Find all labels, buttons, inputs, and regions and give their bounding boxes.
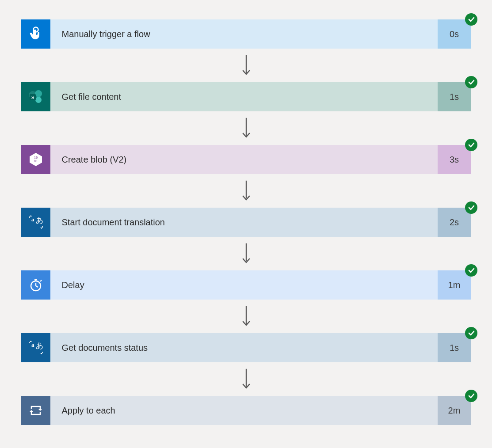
delay-icon	[21, 270, 50, 300]
connector-arrow	[241, 174, 251, 208]
step-label: Start document translation	[50, 208, 438, 237]
touch-icon	[21, 19, 50, 49]
step-duration: 1m	[438, 270, 471, 300]
step-label: Delay	[50, 270, 438, 300]
success-check-icon	[465, 264, 477, 277]
connector-arrow	[241, 111, 251, 145]
flow-step[interactable]: Manually trigger a flow0s	[21, 19, 471, 49]
success-check-icon	[465, 327, 477, 339]
step-label: Get documents status	[50, 333, 438, 362]
flow-step[interactable]: Start document translation2s	[21, 208, 471, 237]
step-duration: 2m	[438, 396, 471, 425]
success-check-icon	[465, 201, 477, 214]
flow-step[interactable]: Get file content1s	[21, 82, 471, 111]
flow-step[interactable]: Create blob (V2)3s	[21, 145, 471, 174]
translate-icon	[21, 208, 50, 237]
connector-arrow	[241, 49, 251, 82]
step-duration: 0s	[438, 19, 471, 49]
step-label: Manually trigger a flow	[50, 19, 438, 49]
success-check-icon	[465, 76, 477, 88]
step-duration: 1s	[438, 333, 471, 362]
blob-icon	[21, 145, 50, 174]
step-label: Get file content	[50, 82, 438, 111]
loop-icon	[21, 396, 50, 425]
success-check-icon	[465, 390, 477, 402]
flow-step[interactable]: Delay1m	[21, 270, 471, 300]
success-check-icon	[465, 139, 477, 151]
success-check-icon	[465, 13, 477, 26]
connector-arrow	[241, 362, 251, 396]
connector-arrow	[241, 237, 251, 270]
translate-icon	[21, 333, 50, 362]
sharepoint-icon	[21, 82, 50, 111]
step-label: Apply to each	[50, 396, 438, 425]
step-duration: 2s	[438, 208, 471, 237]
step-duration: 1s	[438, 82, 471, 111]
step-label: Create blob (V2)	[50, 145, 438, 174]
flow-step[interactable]: Apply to each2m	[21, 396, 471, 425]
connector-arrow	[241, 300, 251, 333]
flow-step[interactable]: Get documents status1s	[21, 333, 471, 362]
step-duration: 3s	[438, 145, 471, 174]
